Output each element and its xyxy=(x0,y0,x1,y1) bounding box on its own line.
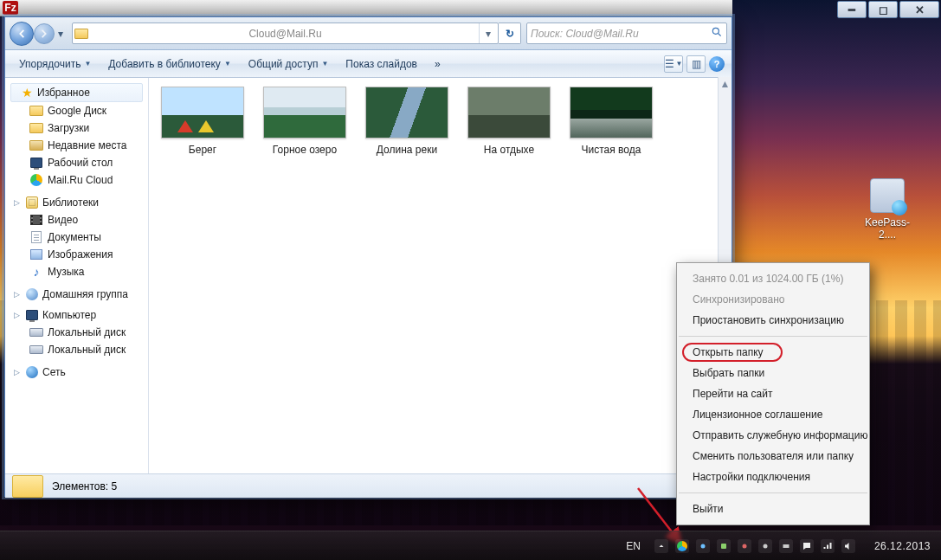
tree-network-header[interactable]: ▷Сеть xyxy=(14,365,146,379)
tree-item-documents[interactable]: Документы xyxy=(7,229,146,246)
minimize-button[interactable]: ━ xyxy=(837,1,867,18)
ctx-change-user[interactable]: Сменить пользователя или папку xyxy=(677,446,869,467)
ctx-usage: Занято 0.01 из 1024.00 ГБ (1%) xyxy=(677,268,869,289)
svg-point-5 xyxy=(742,544,746,548)
help-button[interactable]: ? xyxy=(709,56,725,72)
ctx-exit[interactable]: Выйти xyxy=(677,499,869,519)
tray-show-hidden-icon[interactable] xyxy=(654,539,668,553)
tray-icon[interactable] xyxy=(758,539,772,553)
tree-item-local-disk[interactable]: Локальный диск xyxy=(7,341,146,358)
computer-icon xyxy=(25,308,39,322)
file-item[interactable]: Долина реки xyxy=(365,87,448,156)
thumbnail-icon xyxy=(365,87,448,138)
music-icon: ♪ xyxy=(29,265,43,279)
ctx-license[interactable]: Лицензионное соглашение xyxy=(677,404,869,425)
tray-icon[interactable] xyxy=(696,539,710,553)
ctx-send-diag[interactable]: Отправить служебную информацию xyxy=(677,425,869,446)
network-icon xyxy=(25,365,39,379)
file-item[interactable]: Берег xyxy=(161,87,244,156)
ctx-choose-folders[interactable]: Выбрать папки xyxy=(677,363,869,383)
mailru-icon xyxy=(29,173,43,187)
language-indicator[interactable]: EN xyxy=(621,540,646,552)
search-placeholder: Поиск: Cloud@Mail.Ru xyxy=(531,28,711,40)
taskbar: EN 26.12.2013 xyxy=(0,531,941,560)
folder-icon xyxy=(29,104,43,118)
ctx-pause-sync[interactable]: Приостановить синхронизацию xyxy=(677,310,869,331)
breadcrumb-dropdown[interactable]: ▾ xyxy=(479,23,496,43)
folder-icon xyxy=(12,475,43,498)
tree-item-music[interactable]: ♪Музыка xyxy=(7,263,146,280)
ctx-open-folder[interactable]: Открыть папку xyxy=(677,342,869,363)
status-text: Элементов: 5 xyxy=(52,480,117,492)
nav-tree: ★ Избранное Google Диск Загрузки Недавни… xyxy=(5,78,149,473)
tree-item-video[interactable]: Видео xyxy=(7,211,146,229)
scroll-up-icon[interactable]: ▲ xyxy=(719,77,732,91)
tray-icon[interactable] xyxy=(779,539,793,553)
nav-forward-button[interactable] xyxy=(34,23,55,44)
video-icon xyxy=(29,213,43,227)
svg-line-1 xyxy=(719,34,721,36)
document-icon xyxy=(29,230,43,244)
tree-item-google-disk[interactable]: Google Диск xyxy=(7,102,146,119)
tray-mailru-icon[interactable] xyxy=(675,539,689,553)
file-item[interactable]: На отдыхе xyxy=(467,87,551,156)
tree-item-desktop[interactable]: Рабочий стол xyxy=(7,154,146,171)
toolbar-overflow[interactable]: » xyxy=(428,55,448,74)
svg-point-0 xyxy=(712,28,719,34)
tree-favorites-header[interactable]: ★ Избранное xyxy=(10,83,143,102)
tree-item-downloads[interactable]: Загрузки xyxy=(7,119,146,137)
taskbar-clock[interactable]: 26.12.2013 xyxy=(864,540,941,552)
nav-back-button[interactable] xyxy=(10,22,34,46)
slideshow-button[interactable]: Показ слайдов xyxy=(338,55,424,74)
explorer-window: ▾ Cloud@Mail.Ru ▾ ↻ Поиск: Cloud@Mail.Ru… xyxy=(4,16,732,497)
nav-history-dropdown[interactable]: ▾ xyxy=(55,22,67,46)
ctx-goto-site[interactable]: Перейти на сайт xyxy=(677,383,869,404)
ctx-conn-settings[interactable]: Настройки подключения xyxy=(677,467,869,487)
desktop-shortcut-keepass[interactable]: KeePass-2.... xyxy=(860,178,915,241)
tree-libraries-header[interactable]: ▷Библиотеки xyxy=(14,196,146,209)
refresh-button[interactable]: ↻ xyxy=(499,23,521,44)
thumbnail-icon xyxy=(467,87,551,138)
breadcrumb-text: Cloud@Mail.Ru xyxy=(92,28,479,40)
add-to-library-menu[interactable]: Добавить в библиотеку ▼ xyxy=(101,55,237,74)
tray-action-center-icon[interactable] xyxy=(800,539,814,553)
close-button[interactable]: ✕ xyxy=(899,1,939,18)
organize-menu[interactable]: Упорядочить ▼ xyxy=(12,55,98,74)
file-item[interactable]: Чистая вода xyxy=(570,87,653,156)
tree-computer-header[interactable]: ▷Компьютер xyxy=(14,308,146,322)
tray-icon[interactable] xyxy=(738,539,751,553)
thumbnail-icon xyxy=(570,87,653,138)
search-icon xyxy=(711,26,723,41)
tray-icon[interactable] xyxy=(717,539,731,553)
svg-point-3 xyxy=(700,544,705,548)
star-icon: ★ xyxy=(20,86,34,100)
tray-network-icon[interactable] xyxy=(821,539,835,553)
tray-volume-icon[interactable] xyxy=(841,539,855,553)
maximize-button[interactable]: ◻ xyxy=(868,1,898,18)
desktop-icon xyxy=(29,156,43,170)
system-tray xyxy=(646,539,864,553)
search-input[interactable]: Поиск: Cloud@Mail.Ru xyxy=(526,23,727,44)
file-pane[interactable]: Берег Горное озеро Долина реки На отдыхе… xyxy=(149,78,732,473)
drive-icon xyxy=(29,343,43,357)
view-mode-button[interactable]: ☰ ▼ xyxy=(664,55,683,73)
tree-item-images[interactable]: Изображения xyxy=(7,246,146,263)
thumbnail-icon xyxy=(161,87,244,138)
tray-context-menu: Занято 0.01 из 1024.00 ГБ (1%) Синхрониз… xyxy=(676,262,870,525)
homegroup-icon xyxy=(25,287,39,301)
address-bar: ▾ Cloud@Mail.Ru ▾ ↻ Поиск: Cloud@Mail.Ru xyxy=(5,17,732,50)
ctx-synced: Синхронизировано xyxy=(677,289,869,310)
status-bar: Элементов: 5 xyxy=(5,473,732,498)
drive-icon xyxy=(29,325,43,339)
image-icon xyxy=(29,248,43,261)
share-menu[interactable]: Общий доступ ▼ xyxy=(242,55,336,74)
svg-point-6 xyxy=(763,544,767,548)
breadcrumb[interactable]: Cloud@Mail.Ru ▾ xyxy=(72,23,499,44)
tree-homegroup-header[interactable]: ▷Домашняя группа xyxy=(14,287,146,301)
recent-icon xyxy=(29,138,43,152)
preview-pane-button[interactable]: ▥ xyxy=(686,55,706,73)
tree-item-local-disk[interactable]: Локальный диск xyxy=(7,324,146,341)
tree-item-recent[interactable]: Недавние места xyxy=(7,137,146,154)
tree-item-mailru-cloud[interactable]: Mail.Ru Cloud xyxy=(7,171,146,189)
file-item[interactable]: Горное озеро xyxy=(263,87,346,156)
